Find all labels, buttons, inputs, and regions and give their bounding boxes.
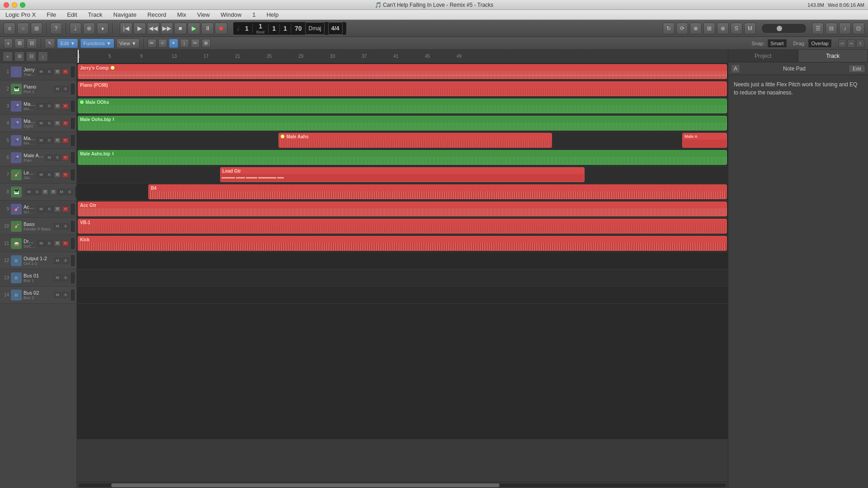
mute-button[interactable]: M <box>54 275 61 281</box>
skip-to-beginning-button[interactable]: |◀ <box>120 23 132 34</box>
mute-button[interactable]: M <box>54 86 61 92</box>
metronome-button[interactable]: ♩ <box>70 23 81 34</box>
region[interactable]: Lead Gtr <box>220 167 585 182</box>
pause-button[interactable]: ⏸ <box>201 23 214 34</box>
track-volume[interactable] <box>71 221 75 232</box>
solo-button[interactable]: S <box>46 137 53 144</box>
record-button[interactable]: ⏺ <box>215 23 227 34</box>
mute-button[interactable]: M <box>38 206 45 212</box>
count-in-button[interactable]: ⊕ <box>83 23 95 34</box>
mute2-button[interactable]: M <box>58 189 65 195</box>
region[interactable]: Acc Gtr <box>78 202 727 216</box>
score-button[interactable]: ♪ <box>839 23 851 34</box>
playhead[interactable] <box>78 50 79 63</box>
master-volume-slider[interactable] <box>761 23 807 33</box>
menu-logicprox[interactable]: Logic Pro X <box>4 11 38 18</box>
horizontal-scrollbar[interactable] <box>77 482 728 488</box>
region[interactable]: Kick <box>78 236 727 251</box>
list-button[interactable]: ☰ <box>812 23 824 34</box>
midi-button[interactable]: ⌘ <box>54 137 61 144</box>
browser-button[interactable]: ○ <box>17 23 29 34</box>
track-volume[interactable] <box>71 152 75 163</box>
track-overview-button[interactable]: ⊞ <box>14 38 25 48</box>
cursor-tool-button[interactable]: ↕ <box>180 39 189 48</box>
midi-button[interactable]: ⌘ <box>54 120 61 127</box>
region[interactable]: B4 <box>148 184 727 199</box>
track-options-button[interactable]: ⊟ <box>27 38 37 48</box>
mute-button[interactable]: M <box>54 258 61 264</box>
menu-mix[interactable]: Mix <box>175 11 188 18</box>
record-enable-button[interactable]: R <box>62 240 69 247</box>
menu-1[interactable]: 1 <box>250 11 257 18</box>
mute-button[interactable]: M <box>38 137 45 144</box>
play2-button[interactable]: ▶ <box>188 23 200 34</box>
midi-button[interactable]: ⌘ <box>54 206 61 212</box>
region[interactable]: VB-1 <box>78 219 727 234</box>
solo-button[interactable]: S <box>62 292 69 298</box>
menu-track[interactable]: Track <box>86 11 104 18</box>
zoom-in-vertical[interactable]: ↕ <box>856 39 864 47</box>
stop-button[interactable]: ■ <box>174 23 187 34</box>
midi-button[interactable]: ⌘ <box>54 172 61 178</box>
snap-select[interactable]: Smart <box>767 39 787 48</box>
record-enable-button[interactable]: R <box>62 206 69 212</box>
solo-button[interactable]: S <box>46 120 53 127</box>
pointer-tool-button[interactable]: ↖ <box>45 38 55 48</box>
track-volume[interactable] <box>71 238 75 249</box>
scrollbar-thumb[interactable] <box>111 483 500 487</box>
lcd-bpm-value[interactable]: 70 <box>295 25 302 32</box>
time-signature-display[interactable]: 4/4 <box>328 22 343 35</box>
punch-button[interactable]: ⊗ <box>690 23 702 34</box>
track-volume[interactable] <box>71 290 75 300</box>
record-enable-button[interactable]: R <box>62 120 69 127</box>
track-collapse-button[interactable]: ⊟ <box>26 52 36 61</box>
solo2-button[interactable]: S <box>66 189 73 195</box>
mute-button[interactable]: M <box>38 103 45 109</box>
menu-edit[interactable]: Edit <box>65 11 79 18</box>
tab-track[interactable]: Track <box>798 50 868 62</box>
autopunch-button[interactable]: ⊕ <box>717 23 729 34</box>
piano-roll-button[interactable]: ⊟ <box>826 23 837 34</box>
scrollbar-track[interactable] <box>79 483 726 487</box>
track-volume[interactable] <box>71 255 75 266</box>
zoom-in-horizontal[interactable]: ↔ <box>838 39 846 47</box>
fast-forward-button[interactable]: ▶▶ <box>160 23 173 34</box>
minimize-button[interactable] <box>12 2 17 8</box>
solo-button[interactable]: S <box>62 86 69 92</box>
lcd-division-value[interactable]: 1 <box>272 25 276 32</box>
record-enable-button[interactable]: R <box>62 137 69 144</box>
tab-project[interactable]: Project <box>728 50 798 62</box>
solo-button[interactable]: S <box>46 172 53 178</box>
record-enable-button[interactable]: R <box>62 103 69 109</box>
midi2-button[interactable]: ⌘ <box>50 189 57 195</box>
mute-button[interactable]: M <box>38 69 45 75</box>
track-settings-button[interactable]: ⊞ <box>14 52 24 61</box>
edit-note-pad-button[interactable]: Edit <box>849 65 865 73</box>
track-volume[interactable] <box>71 169 75 180</box>
maximize-button[interactable] <box>20 2 25 8</box>
mute-button[interactable]: M <box>54 292 61 298</box>
timeline-ruler[interactable]: 1 5 9 13 17 21 25 29 33 37 41 45 49 <box>77 50 728 63</box>
add-track-header-button[interactable]: + <box>3 52 13 61</box>
play-button[interactable]: ▶ <box>133 23 146 34</box>
solo-button[interactable]: S <box>731 23 742 34</box>
tool6-button[interactable]: ⊕ <box>202 39 211 48</box>
menu-view[interactable]: View <box>195 11 212 18</box>
track-volume[interactable] <box>71 101 75 112</box>
midi-button[interactable]: ⌘ <box>54 103 61 109</box>
environment-button[interactable]: ⊡ <box>853 23 864 34</box>
solo-button[interactable]: S <box>33 189 41 195</box>
track-volume[interactable] <box>71 118 75 129</box>
menu-navigate[interactable]: Navigate <box>112 11 138 18</box>
record-enable-button[interactable]: R <box>62 155 69 161</box>
view-button[interactable]: View ▼ <box>116 38 140 48</box>
track-volume[interactable] <box>71 84 75 94</box>
solo-button[interactable]: S <box>46 206 53 212</box>
region[interactable]: Jerry's Comp <box>78 64 727 79</box>
midi-button[interactable]: ⌘ <box>42 189 49 195</box>
midi-button[interactable]: ⌘ <box>54 69 61 75</box>
region[interactable]: Male Oohs.bip ℹ <box>78 116 727 131</box>
solo-button[interactable]: S <box>54 155 61 161</box>
add-track-button[interactable]: + <box>4 38 13 48</box>
lcd-beat-value[interactable]: 1 <box>259 23 262 30</box>
